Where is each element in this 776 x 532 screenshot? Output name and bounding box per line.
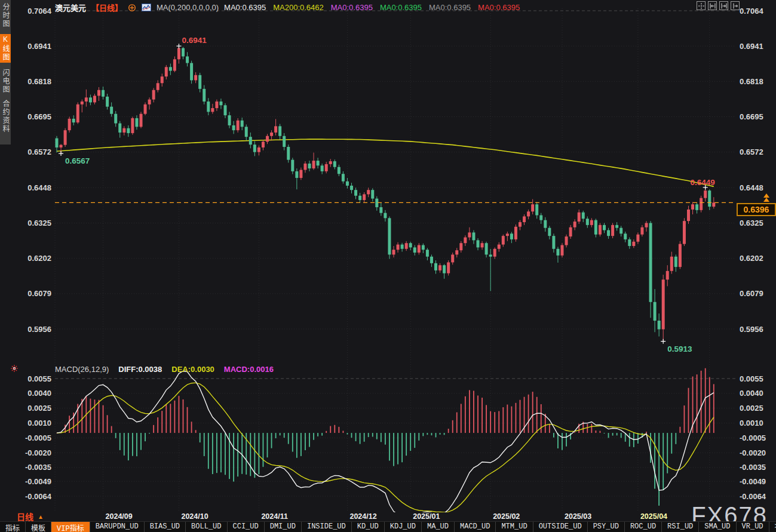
macd-bar [596,430,597,433]
tab-KD_UD[interactable]: KD_UD [352,522,385,532]
sidebar-item-分时图[interactable]: 分时图 [0,3,11,28]
macd-bar [410,433,411,451]
macd-bar [241,433,243,474]
macd-bar [216,433,217,473]
candle [628,239,631,246]
candle [270,133,273,136]
candle [443,265,446,273]
crosshair-icon[interactable] [697,1,706,10]
tab-BIAS_UD[interactable]: BIAS_UD [145,522,186,532]
macd-axis-label-left: -0.0035 [25,463,51,472]
macd-bar [90,399,91,433]
candle [649,223,652,302]
tab-DMI_UD[interactable]: DMI_UD [265,522,302,532]
jump-latest-icon[interactable] [731,1,740,10]
candle [498,245,501,249]
macd-bar [271,433,272,448]
candle [278,126,281,136]
macd-axis-label-left: 0.0040 [27,389,51,398]
candle [506,233,509,236]
macd-bar [267,433,268,457]
date-label: 2025/04 [640,512,667,521]
period-tag[interactable]: 【日线】 [91,2,122,13]
sidebar-item-闪电图[interactable]: 闪电图 [0,69,11,94]
candle [599,225,602,235]
scale-x-axis-icon[interactable] [719,1,728,10]
candle [342,174,345,182]
candle [679,244,682,267]
macd-params-label[interactable]: MACD(26,12,9) [55,365,109,374]
tab-指标[interactable]: 指标 [0,522,26,532]
ma-settings-label[interactable]: MA(0,200,0,0,0,0) [157,3,219,12]
candle [97,90,100,96]
tab->>[interactable]: >> [769,522,776,532]
candle [367,190,370,194]
tab-VR_UD[interactable]: VR_UD [737,522,769,532]
mini-chart-icon[interactable] [142,4,151,11]
scale-y-axis-icon[interactable] [708,1,717,10]
candle [266,136,269,142]
candle [228,115,231,125]
tab-SMA_UD[interactable]: SMA_UD [699,522,736,532]
ma-value-5: MA0:0.6395 [478,3,520,12]
tab-ROC_UD[interactable]: ROC_UD [625,522,662,532]
price-axis-label-left: 0.6325 [27,219,51,227]
price-axis-label-right: 0.6818 [740,77,763,86]
sidebar-item-K线图[interactable]: K线图 [0,34,11,63]
macd-bar [343,431,344,433]
period-label[interactable]: 日线 [17,511,33,522]
candle [371,190,374,198]
tab-MTM_UD[interactable]: MTM_UD [496,522,533,532]
candle [712,202,715,207]
tab-MACD_UD[interactable]: MACD_UD [455,522,496,532]
tab-MA_UD[interactable]: MA_UD [422,522,455,532]
macd-bar [334,425,335,433]
candle [708,190,711,207]
candle [640,227,643,235]
macd-bar [313,433,314,440]
candle [291,160,294,171]
candle [106,97,109,107]
tab-PSY_UD[interactable]: PSY_UD [588,522,625,532]
tab-KDJ_UD[interactable]: KDJ_UD [385,522,422,532]
macd-bar [604,433,605,433]
tab-BARUPDN_UD[interactable]: BARUPDN_UD [90,522,145,532]
candle [426,250,429,257]
candle [274,126,277,133]
candle [481,243,484,247]
macd-bar [128,433,129,460]
macd-bar [600,431,601,433]
candle [262,142,265,147]
date-label: 2024/11 [261,512,288,521]
candle [157,83,160,90]
macd-bar [435,433,437,437]
tab-BOLL_UD[interactable]: BOLL_UD [186,522,227,532]
sidebar-item-合约资料[interactable]: 合约资料 [0,100,11,133]
tab-RSI_UD[interactable]: RSI_UD [662,522,699,532]
macd-bar [212,433,213,474]
macd-bar [591,424,592,433]
macd-bar [161,411,162,433]
tab-模板[interactable]: 模板 [26,522,51,532]
chart-canvas[interactable]: 0.70640.70640.69410.69410.68180.68180.66… [0,0,776,522]
macd-bar [347,433,348,435]
indicator-flag-icon[interactable] [10,364,19,373]
date-label: 2025/01 [413,512,440,521]
candle [194,75,197,81]
macd-dea-value: DEA:0.0030 [171,365,214,374]
tab-CCI_UD[interactable]: CCI_UD [228,522,265,532]
tab-OUTSIDE_UD[interactable]: OUTSIDE_UD [533,522,588,532]
macd-bar [368,433,369,437]
candle [418,245,421,253]
target-plus-icon[interactable] [128,4,136,12]
macd-bar [254,433,255,478]
candle [173,59,176,70]
macd-axis-label-right: 0.0040 [740,389,763,398]
tab-INSIDE_UD[interactable]: INSIDE_UD [302,522,352,532]
macd-bar [520,400,521,433]
macd-bar [288,433,289,444]
period-selector[interactable]: 日线 ▲ [17,511,44,522]
candle [303,164,306,170]
tab-VIP指标[interactable]: VIP指标 [51,522,90,532]
price-axis-label-right: 0.7064 [740,7,764,16]
